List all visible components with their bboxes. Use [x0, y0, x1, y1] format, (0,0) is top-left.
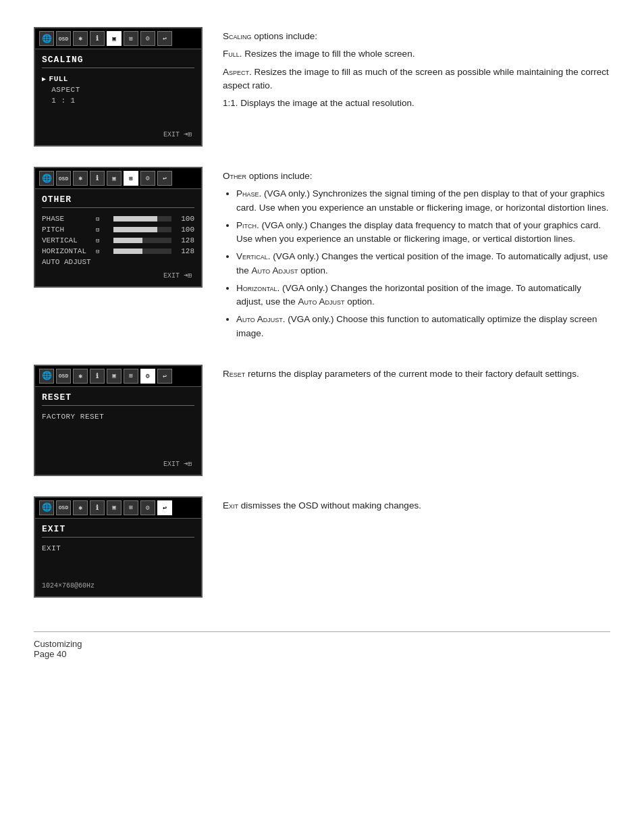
- exit-osd-screen: 🌐 OSD ✱ ℹ ▣ ⊞ ⚙ ↩ EXIT EXIT 1024×768@60H…: [34, 496, 203, 598]
- other-pitch-label: PITCH: [42, 226, 96, 234]
- reset-toolbar-icon-reset[interactable]: ⚙: [140, 369, 155, 384]
- other-autoadjust-desc: Auto Adjust. (VGA only.) Choose this fun…: [236, 313, 610, 340]
- other-phase-label: PHASE: [42, 215, 96, 223]
- reset-toolbar-icon-osd[interactable]: OSD: [56, 369, 71, 384]
- other-toolbar-icon-exit[interactable]: ↩: [157, 171, 172, 186]
- reset-text: Reset returns the display parameters of …: [223, 367, 610, 381]
- scaling-11-item[interactable]: 1 : 1: [42, 95, 194, 106]
- scaling-section: 🌐 OSD ✱ ℹ ▣ ⊞ ⚙ ↩ SCALING ▶ FULL ASPECT: [34, 27, 610, 147]
- reset-exit-row: EXIT ➜⊞: [42, 456, 194, 469]
- other-toolbar-icon-globe[interactable]: 🌐: [39, 171, 54, 186]
- other-phase-desc: Phase. (VGA only.) Synchronizes the sign…: [236, 187, 610, 215]
- reset-toolbar-icon-bright[interactable]: ✱: [73, 369, 88, 384]
- reset-toolbar: 🌐 OSD ✱ ℹ ▣ ⊞ ⚙ ↩: [35, 366, 201, 387]
- other-toolbar-icon-reset[interactable]: ⚙: [140, 171, 155, 186]
- toolbar-icon-osd[interactable]: OSD: [56, 31, 71, 46]
- scaling-desc: Scaling options include: Full. Resizes t…: [223, 27, 610, 114]
- exit-toolbar-icon-info[interactable]: ℹ: [90, 500, 105, 515]
- reset-factory-label: FACTORY RESET: [42, 413, 104, 421]
- other-vertical-label: VERTICAL: [42, 236, 96, 244]
- other-toolbar-icon-osd[interactable]: OSD: [56, 171, 71, 186]
- reset-desc: Reset returns the display parameters of …: [223, 365, 610, 385]
- other-exit-row: EXIT ➜⊞: [42, 267, 194, 281]
- scaling-exit-row: EXIT ➜⊞: [42, 126, 194, 140]
- exit-toolbar-icon-exit[interactable]: ↩: [157, 500, 172, 515]
- scaling-heading: Scaling options include:: [223, 30, 610, 43]
- other-title: OTHER: [42, 194, 194, 208]
- reset-toolbar-icon-globe[interactable]: 🌐: [39, 369, 54, 384]
- exit-toolbar-icon-reset[interactable]: ⚙: [140, 500, 155, 515]
- reset-factory-item[interactable]: FACTORY RESET: [42, 411, 194, 422]
- other-vertical-icon: ⊟: [96, 237, 109, 244]
- reset-osd-body: RESET FACTORY RESET EXIT ➜⊞: [35, 387, 201, 475]
- exit-menu-label: EXIT: [42, 544, 61, 552]
- vertical-sc: Vertical.: [236, 251, 271, 261]
- reset-title: RESET: [42, 392, 194, 406]
- exit-menu-item[interactable]: EXIT: [42, 543, 194, 554]
- scaling-full-item[interactable]: ▶ FULL: [42, 74, 194, 84]
- other-phase-icon: ⊟: [96, 215, 109, 223]
- scaling-aspect-desc: Aspect. Resizes the image to fill as muc…: [223, 66, 610, 93]
- scaling-11-label: 1 : 1: [42, 97, 76, 105]
- autoadjust-sc-ref1: Auto Adjust: [252, 265, 298, 276]
- toolbar-icon-info[interactable]: ℹ: [90, 31, 105, 46]
- other-toolbar-icon-info[interactable]: ℹ: [90, 171, 105, 186]
- toolbar-icon-globe[interactable]: 🌐: [39, 31, 54, 46]
- autoadjust-sc: Auto Adjust.: [236, 314, 286, 324]
- scaling-aspect-item[interactable]: ASPECT: [42, 84, 194, 95]
- other-toolbar-icon-bright[interactable]: ✱: [73, 171, 88, 186]
- scaling-11-desc: 1:1. Displays the image at the actual re…: [223, 97, 610, 110]
- other-toolbar-icon-other[interactable]: ⊞: [124, 171, 138, 186]
- other-autoadjust-row[interactable]: AUTO ADJUST: [42, 257, 194, 267]
- exit-toolbar-icon-globe[interactable]: 🌐: [39, 500, 54, 515]
- reset-toolbar-icon-other[interactable]: ⊞: [124, 369, 138, 384]
- other-vertical-bar: [113, 238, 171, 243]
- arrow-icon: ▶: [42, 75, 47, 83]
- scaling-full-label: FULL: [49, 75, 68, 83]
- exit-toolbar-icon-bright[interactable]: ✱: [73, 500, 88, 515]
- exit-toolbar-icon-scaling[interactable]: ▣: [107, 500, 122, 515]
- other-phase-bar: [113, 216, 171, 221]
- toolbar-icon-other[interactable]: ⊞: [124, 31, 138, 46]
- scaling-full-desc: Full. Resizes the image to fill the whol…: [223, 47, 610, 61]
- aspect-sc: Aspect.: [223, 67, 252, 77]
- exit-osd-body: EXIT EXIT 1024×768@60Hz: [35, 519, 201, 596]
- reset-section: 🌐 OSD ✱ ℹ ▣ ⊞ ⚙ ↩ RESET FACTORY RESET EX…: [34, 365, 610, 476]
- other-desc: Other options include: Phase. (VGA only.…: [223, 167, 610, 344]
- other-section: 🌐 OSD ✱ ℹ ▣ ⊞ ⚙ ↩ OTHER PHASE ⊟ 100: [34, 167, 610, 344]
- other-pitch-icon: ⊟: [96, 226, 109, 234]
- exit-toolbar: 🌐 OSD ✱ ℹ ▣ ⊞ ⚙ ↩: [35, 498, 201, 519]
- other-horizontal-row[interactable]: HORIZONTAL ⊟ 128: [42, 246, 194, 257]
- other-toolbar-icon-scaling[interactable]: ▣: [107, 171, 122, 186]
- reset-toolbar-icon-info[interactable]: ℹ: [90, 369, 105, 384]
- exit-toolbar-icon-other[interactable]: ⊞: [124, 500, 138, 515]
- other-toolbar: 🌐 OSD ✱ ℹ ▣ ⊞ ⚙ ↩: [35, 168, 201, 189]
- other-pitch-fill: [113, 227, 157, 232]
- other-horizontal-value: 128: [176, 247, 194, 255]
- other-pitch-row[interactable]: PITCH ⊟ 100: [42, 224, 194, 235]
- footer-line2: Page 40: [34, 649, 610, 659]
- other-osd-screen: 🌐 OSD ✱ ℹ ▣ ⊞ ⚙ ↩ OTHER PHASE ⊟ 100: [34, 167, 203, 288]
- other-phase-row[interactable]: PHASE ⊟ 100: [42, 213, 194, 224]
- reset-toolbar-icon-exit[interactable]: ↩: [157, 369, 172, 384]
- scaling-title: SCALING: [42, 55, 194, 68]
- exit-toolbar-icon-osd[interactable]: OSD: [56, 500, 71, 515]
- reset-toolbar-icon-scaling[interactable]: ▣: [107, 369, 122, 384]
- other-horizontal-desc: Horizontal. (VGA only.) Changes the hori…: [236, 282, 610, 309]
- exit-section: 🌐 OSD ✱ ℹ ▣ ⊞ ⚙ ↩ EXIT EXIT 1024×768@60H…: [34, 496, 610, 598]
- other-vertical-row[interactable]: VERTICAL ⊟ 128: [42, 235, 194, 246]
- other-vertical-value: 128: [176, 236, 194, 244]
- other-exit-label: EXIT ➜⊞: [163, 271, 192, 280]
- toolbar-icon-bright[interactable]: ✱: [73, 31, 88, 46]
- exit-resolution: 1024×768@60Hz: [42, 581, 194, 591]
- toolbar-icon-scaling[interactable]: ▣: [107, 31, 122, 46]
- other-phase-fill: [113, 216, 157, 221]
- page-footer: Customizing Page 40: [34, 631, 610, 659]
- toolbar-icon-exit[interactable]: ↩: [157, 31, 172, 46]
- horizontal-sc: Horizontal.: [236, 283, 279, 293]
- other-pitch-value: 100: [176, 226, 194, 234]
- scaling-exit-label: EXIT ➜⊞: [163, 130, 192, 138]
- phase-sc: Phase.: [236, 188, 261, 199]
- other-phase-value: 100: [176, 215, 194, 223]
- toolbar-icon-reset[interactable]: ⚙: [140, 31, 155, 46]
